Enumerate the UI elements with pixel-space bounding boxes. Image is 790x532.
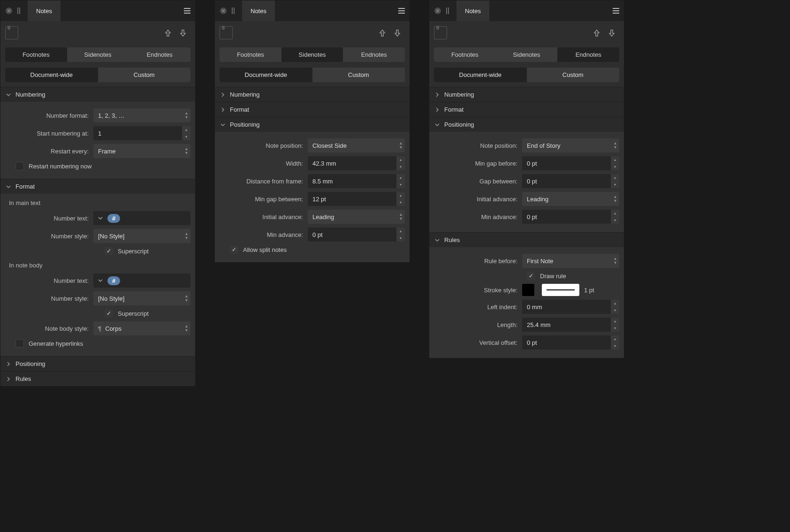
tab-sidenotes[interactable]: Sidenotes [281,47,343,62]
number-text-field[interactable]: # [93,211,190,225]
stepper[interactable]: ▴▾ [611,335,619,350]
left-indent-input[interactable]: 0 mm [522,300,612,314]
panel-tab-notes[interactable]: Notes [28,0,61,21]
scope-custom[interactable]: Custom [312,68,405,82]
section-rules-header[interactable]: Rules [429,232,624,247]
generate-hyperlinks-checkbox[interactable] [15,339,24,348]
panel-menu-icon[interactable] [179,0,195,21]
tab-endnotes[interactable]: Endnotes [129,47,190,62]
min-advance-input[interactable]: 0 pt [522,210,612,224]
stepper[interactable]: ▴▾ [396,156,405,170]
initial-advance-dropdown[interactable]: Leading▴▾ [308,210,405,224]
paragraph-icon: ¶ [98,325,101,332]
stroke-style-label: Stroke style: [434,287,522,294]
stepper[interactable]: ▴▾ [396,192,405,206]
stroke-style-preview[interactable] [542,284,579,296]
min-gap-input[interactable]: 12 pt [308,192,397,206]
move-down-icon[interactable] [175,25,190,40]
stepper[interactable]: ▴▾ [396,174,405,188]
note-body-style-dropdown[interactable]: ¶ Corps ▴▾ [93,321,190,335]
min-advance-input[interactable]: 0 pt [308,228,397,242]
move-down-icon[interactable] [604,25,619,40]
restart-now-checkbox[interactable] [15,162,24,170]
move-up-icon[interactable] [589,25,604,40]
close-icon[interactable] [433,6,442,15]
section-rules-header[interactable]: Rules [0,371,195,386]
section-positioning-header[interactable]: Positioning [0,356,195,371]
scope-custom[interactable]: Custom [98,68,191,82]
panel-tab-notes[interactable]: Notes [456,0,489,21]
note-position-dropdown[interactable]: End of Story▴▾ [522,138,619,152]
tab-endnotes[interactable]: Endnotes [343,47,405,62]
chevron-down-icon[interactable] [93,216,107,220]
step-up-icon[interactable]: ▴ [182,126,190,133]
stepper[interactable]: ▴▾ [611,156,619,170]
scope-custom[interactable]: Custom [527,68,620,82]
bookmark-document-icon[interactable] [434,26,447,39]
section-numbering-header[interactable]: Numbering [215,87,410,102]
superscript-checkbox[interactable]: ✓ [105,247,113,255]
chevron-down-icon[interactable] [93,278,107,283]
section-positioning-header[interactable]: Positioning [215,117,410,132]
bookmark-document-icon[interactable] [5,26,18,39]
panel-menu-icon[interactable] [608,0,624,21]
scope-document-wide[interactable]: Document-wide [5,68,98,82]
move-up-icon[interactable] [160,25,175,40]
stepper[interactable]: ▴▾ [182,126,190,140]
note-position-dropdown[interactable]: Closest Side▴▾ [308,138,405,152]
tab-footnotes[interactable]: Footnotes [434,47,496,62]
pin-icon[interactable] [445,7,452,15]
step-down-icon[interactable]: ▾ [182,133,190,140]
tab-footnotes[interactable]: Footnotes [220,47,281,62]
close-icon[interactable] [4,6,14,15]
tab-footnotes[interactable]: Footnotes [5,47,67,62]
section-format-header[interactable]: Format [0,179,195,194]
section-format-header[interactable]: Format [215,102,410,117]
section-format-header[interactable]: Format [429,102,624,117]
gap-between-input[interactable]: 0 pt [522,174,612,188]
pin-icon[interactable] [231,7,237,15]
tab-endnotes[interactable]: Endnotes [557,47,619,62]
scope-document-wide[interactable]: Document-wide [434,68,527,82]
min-gap-before-input[interactable]: 0 pt [522,156,612,170]
stroke-color-swatch[interactable] [522,284,534,296]
section-title: Rules [15,375,31,382]
draw-rule-checkbox[interactable]: ✓ [527,272,535,280]
width-input[interactable]: 42.3 mm [308,156,397,170]
number-text-field-body[interactable]: # [93,274,190,288]
section-numbering-header[interactable]: Numbering [0,87,195,102]
initial-advance-dropdown[interactable]: Leading▴▾ [522,192,619,206]
tab-sidenotes[interactable]: Sidenotes [67,47,129,62]
allow-split-checkbox[interactable]: ✓ [230,245,238,254]
number-style-dropdown[interactable]: [No Style] ▴▾ [93,229,190,243]
section-positioning-header[interactable]: Positioning [429,117,624,132]
bookmark-document-icon[interactable] [220,26,233,39]
start-numbering-input[interactable]: 1 [93,126,183,140]
close-icon[interactable] [219,6,228,15]
section-numbering-header[interactable]: Numbering [429,87,624,102]
panel-tab-notes[interactable]: Notes [242,0,275,21]
rule-before-dropdown[interactable]: First Note▴▾ [522,254,619,268]
restart-every-dropdown[interactable]: Frame ▴▾ [93,144,190,158]
stepper[interactable]: ▴▾ [611,318,619,332]
distance-input[interactable]: 8.5 mm [308,174,397,188]
superscript-checkbox-body[interactable]: ✓ [105,309,113,318]
number-style-dropdown-body[interactable]: [No Style] ▴▾ [93,291,190,305]
panel-menu-icon[interactable] [394,0,410,21]
svg-rect-4 [232,8,233,14]
stroke-weight-value: 1 pt [584,287,594,294]
stepper[interactable]: ▴▾ [396,228,405,242]
dropdown-arrows-icon: ▴▾ [400,212,402,220]
superscript-label: Superscript [118,248,149,255]
pin-icon[interactable] [16,7,23,15]
tab-sidenotes[interactable]: Sidenotes [496,47,558,62]
scope-document-wide[interactable]: Document-wide [220,68,312,82]
stepper[interactable]: ▴▾ [611,174,619,188]
move-up-icon[interactable] [375,25,390,40]
number-format-dropdown[interactable]: 1, 2, 3, … ▴▾ [93,108,190,122]
length-input[interactable]: 25.4 mm [522,318,612,332]
stepper[interactable]: ▴▾ [611,210,619,224]
move-down-icon[interactable] [390,25,405,40]
stepper[interactable]: ▴▾ [611,300,619,314]
vertical-offset-input[interactable]: 0 pt [522,335,612,350]
